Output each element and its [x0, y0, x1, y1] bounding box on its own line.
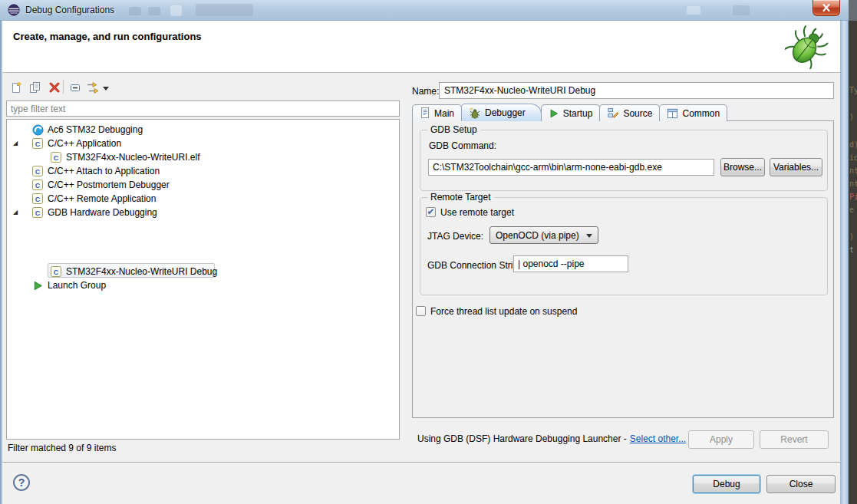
titlebar-glass-reflection [687, 6, 700, 15]
debug-button[interactable]: Debug [693, 475, 760, 493]
background-text-fragment: t [849, 245, 854, 254]
gdb-command-label: GDB Command: [429, 140, 496, 151]
c-file-icon: C [51, 266, 62, 278]
revert-button[interactable]: Revert [760, 430, 829, 449]
jtag-device-value: OpenOCD (via pipe) [496, 230, 579, 241]
debug-bug-icon [785, 25, 829, 69]
force-thread-list-label: Force thread list update on suspend [430, 306, 577, 317]
tree-item-cpp-postmortem[interactable]: C C/C++ Postmortem Debugger [32, 178, 170, 192]
filter-text-input[interactable] [6, 100, 400, 117]
titlebar[interactable]: Debug Configurations [0, 0, 849, 21]
dialog-body: Ac6 STM32 Debugging ◢ C C/C++ Applicatio… [2, 73, 840, 462]
force-thread-list-checkbox[interactable] [416, 306, 426, 316]
svg-text:C: C [35, 195, 41, 203]
tree-item-stm32f4xx-elf[interactable]: C STM32F4xx-Nucleo-WriteURI.elf [51, 150, 199, 164]
close-icon [820, 3, 832, 12]
launcher-text: Using GDB (DSF) Hardware Debugging Launc… [417, 433, 627, 444]
window-title: Debug Configurations [25, 5, 114, 15]
filter-menu-caret[interactable] [103, 87, 109, 91]
titlebar-glass-reflection [148, 7, 160, 15]
tree-item-launch-group[interactable]: Launch Group [32, 278, 106, 292]
use-remote-target-checkbox[interactable]: ✔ [426, 207, 436, 217]
filter-icon [85, 81, 100, 94]
background-text-fragment: Pi [849, 193, 857, 201]
tab-common[interactable]: Common [659, 104, 727, 121]
eclipse-icon [8, 4, 20, 16]
dialog-header-title: Create, manage, and run configurations [13, 31, 202, 42]
source-tab-icon [607, 107, 619, 119]
duplicate-icon [28, 81, 41, 94]
filter-match-status: Filter matched 9 of 9 items [8, 443, 116, 453]
tab-debugger[interactable]: Debugger [461, 104, 542, 121]
tree-item-gdb-hardware-debugging[interactable]: C GDB Hardware Debugging [32, 206, 157, 219]
startup-tab-icon [549, 108, 559, 119]
svg-text:C: C [35, 209, 41, 216]
apply-button[interactable]: Apply [688, 430, 754, 449]
common-tab-icon [667, 108, 678, 119]
dropdown-arrow-icon [586, 234, 592, 238]
dialog-header: Create, manage, and run configurations [2, 21, 840, 73]
tree-item-cpp-remote[interactable]: C C/C++ Remote Application [32, 192, 156, 206]
gdb-connection-string-label: GDB Connection String: [427, 260, 526, 271]
svg-text:C: C [35, 181, 41, 189]
debugger-tab-icon [469, 107, 481, 119]
tab-main[interactable]: Main [412, 104, 462, 121]
collapse-all-icon [69, 81, 82, 94]
close-window-button[interactable] [813, 0, 840, 16]
browse-button[interactable]: Browse... [720, 158, 765, 176]
collapse-all-button[interactable] [67, 79, 84, 96]
c-file-icon: C [51, 152, 62, 163]
background-text-fragment: d) [849, 140, 857, 149]
configurations-tree: Ac6 STM32 Debugging ◢ C C/C++ Applicatio… [6, 119, 400, 440]
delete-icon [48, 81, 61, 94]
variables-button[interactable]: Variables... [770, 158, 822, 176]
titlebar-glass-reflection [170, 5, 182, 16]
background-text-fragment: nt [849, 166, 857, 175]
screen: Ty ) d) io nt nt Pi e ) t [0, 0, 857, 504]
tree-item-cpp-attach[interactable]: C C/C++ Attach to Application [32, 164, 160, 178]
c-file-icon: C [32, 166, 44, 177]
name-label: Name: [412, 86, 439, 97]
jtag-device-label: JTAG Device: [427, 231, 483, 242]
help-icon: ? [18, 476, 25, 489]
background-text-fragment: nt [849, 180, 857, 188]
tab-source[interactable]: Source [599, 104, 660, 121]
filter-configurations-button[interactable] [84, 79, 101, 96]
delete-configuration-button[interactable] [46, 79, 63, 96]
help-button[interactable]: ? [13, 474, 30, 491]
close-button[interactable]: Close [766, 475, 836, 493]
duplicate-configuration-button[interactable] [26, 79, 43, 96]
tree-item-stm32f4xx-debug-selected[interactable]: C STM32F4xx-Nucleo-WriteURI Debug [51, 265, 217, 278]
tab-startup[interactable]: Startup [541, 104, 601, 121]
svg-text:C: C [54, 268, 59, 275]
jtag-device-dropdown[interactable]: OpenOCD (via pipe) [489, 226, 598, 244]
gdb-connection-string-input[interactable] [513, 255, 628, 272]
expander-icon[interactable]: ◢ [13, 140, 18, 147]
expander-icon[interactable]: ◢ [13, 209, 18, 216]
c-file-icon: C [32, 180, 44, 191]
background-window-strip: Ty ) d) io nt nt Pi e ) t [849, 0, 857, 504]
c-file-icon: C [32, 207, 44, 219]
launcher-row: Using GDB (DSF) Hardware Debugging Launc… [417, 433, 686, 444]
tree-item-cpp-application[interactable]: C C/C++ Application [32, 137, 121, 150]
gdb-command-input[interactable] [428, 159, 714, 176]
new-launch-configuration-button[interactable] [8, 79, 25, 96]
svg-text:C: C [35, 167, 41, 175]
debug-configurations-dialog: Debug Configurations Create, manage, and… [0, 0, 849, 504]
toolbar-separator [63, 80, 64, 94]
c-file-icon: C [32, 193, 44, 205]
gdb-setup-legend: GDB Setup [427, 124, 480, 135]
window-border-right [840, 21, 849, 504]
background-text-fragment: e [849, 206, 854, 214]
background-text-fragment: Ty [849, 86, 857, 94]
select-other-link[interactable]: Select other... [630, 433, 686, 444]
titlebar-glass-reflection [129, 7, 141, 15]
tree-item-ac6-stm32-debugging[interactable]: Ac6 STM32 Debugging [32, 123, 143, 137]
main-tab-icon [420, 107, 430, 119]
new-document-icon [10, 81, 23, 94]
configuration-name-input[interactable] [439, 82, 834, 99]
launch-group-icon [32, 280, 44, 292]
remote-target-legend: Remote Target [427, 192, 494, 203]
titlebar-glass-reflection [196, 4, 253, 16]
svg-text:C: C [54, 153, 59, 161]
